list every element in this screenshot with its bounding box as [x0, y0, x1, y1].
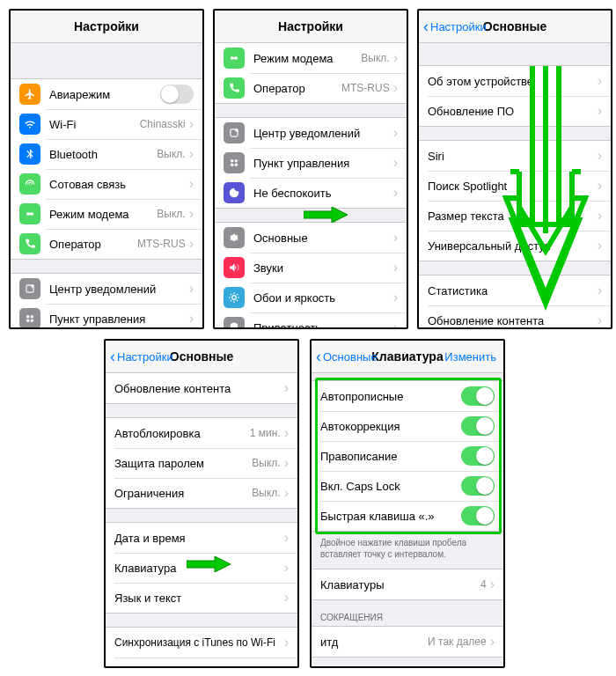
- row-dnd[interactable]: Не беспокоить ›: [215, 178, 407, 208]
- footnote: Двойное нажатие клавиши пробела вставляе…: [312, 532, 503, 565]
- back-button[interactable]: ‹Настройки: [423, 18, 487, 34]
- chevron-left-icon: ‹: [110, 349, 115, 364]
- row-itunes-wifi[interactable]: Синхронизация с iTunes по Wi-Fi›: [106, 628, 297, 658]
- row-cellular[interactable]: Сотовая связь ›: [11, 169, 202, 199]
- phone-icon: [224, 77, 245, 99]
- chevron-right-icon: ›: [598, 73, 602, 89]
- row-capslock[interactable]: Вкл. Caps Lock: [312, 471, 503, 501]
- chevron-right-icon: ›: [284, 530, 289, 546]
- row-hotspot[interactable]: Режим модема Выкл. ›: [11, 199, 202, 229]
- row-controlcenter[interactable]: Пункт управления ›: [11, 304, 202, 329]
- chevron-right-icon: ›: [284, 560, 289, 576]
- row-autocap[interactable]: Автопрописные: [312, 381, 503, 411]
- row-language[interactable]: Язык и текст›: [106, 583, 297, 613]
- label: Bluetooth: [49, 148, 157, 161]
- row-wifi[interactable]: Wi-Fi Chinasski ›: [11, 109, 202, 139]
- row-keyboards[interactable]: Клавиатуры4›: [312, 569, 503, 599]
- period-toggle[interactable]: [461, 506, 495, 525]
- svg-point-8: [31, 320, 34, 323]
- svg-point-18: [232, 296, 237, 300]
- wifi-icon: [19, 114, 40, 135]
- chevron-right-icon: ›: [284, 485, 289, 501]
- chevron-right-icon: ›: [189, 146, 194, 162]
- row-carrier[interactable]: Оператор MTS-RUS ›: [215, 73, 407, 103]
- svg-rect-11: [232, 57, 237, 59]
- chevron-right-icon: ›: [393, 320, 398, 329]
- page-title: Настройки: [74, 19, 139, 33]
- label: Пункт управления: [49, 312, 189, 326]
- row-textsize[interactable]: Размер текста›: [419, 201, 611, 231]
- svg-point-15: [235, 159, 238, 163]
- chevron-right-icon: ›: [393, 80, 398, 96]
- svg-point-5: [26, 315, 30, 319]
- row-update[interactable]: Обновление ПО›: [419, 96, 611, 126]
- settings-list: Авиарежим Wi-Fi Chinasski › Bluetooth Вы…: [11, 78, 202, 329]
- row-spelling[interactable]: Правописание: [312, 441, 503, 471]
- label: Сотовая связь: [49, 178, 189, 191]
- chevron-right-icon: ›: [284, 635, 289, 650]
- edit-button[interactable]: Изменить: [444, 350, 496, 364]
- chevron-left-icon: ‹: [423, 18, 429, 34]
- section-header: СОКРАЩЕНИЯ: [312, 600, 503, 626]
- row-controlcenter[interactable]: Пункт управления ›: [215, 148, 407, 178]
- svg-point-7: [26, 320, 30, 323]
- autocap-toggle[interactable]: [461, 386, 495, 406]
- chevron-right-icon: ›: [189, 311, 194, 327]
- row-vpn[interactable]: VPNНе подключено›: [106, 658, 297, 668]
- row-siri[interactable]: Siri›: [419, 141, 611, 171]
- row-shortcut-item[interactable]: итдИ так далее›: [312, 627, 503, 657]
- label: Центр уведомлений: [253, 127, 393, 140]
- row-general[interactable]: Основные ›: [215, 223, 407, 253]
- svg-point-6: [31, 315, 34, 319]
- row-datetime[interactable]: Дата и время›: [106, 523, 297, 553]
- row-keyboard[interactable]: Клавиатура›: [106, 553, 297, 583]
- label: Режим модема: [49, 208, 157, 221]
- label: Пункт управления: [253, 157, 393, 170]
- chevron-right-icon: ›: [284, 665, 289, 668]
- autocorrect-toggle[interactable]: [461, 416, 495, 436]
- row-autocorrect[interactable]: Автокоррекция: [312, 411, 503, 441]
- spelling-toggle[interactable]: [461, 446, 495, 466]
- privacy-icon: [224, 317, 245, 329]
- label: Авиарежим: [49, 88, 160, 101]
- controlcenter-icon: [19, 308, 40, 329]
- row-period-shortcut[interactable]: Быстрая клавиша «.»: [312, 501, 503, 531]
- row-bluetooth[interactable]: Bluetooth Выкл. ›: [11, 139, 202, 169]
- row-bgrefresh[interactable]: Обновление контента›: [419, 305, 611, 329]
- row-privacy[interactable]: Приватность ›: [215, 312, 407, 329]
- chevron-right-icon: ›: [393, 230, 398, 246]
- row-spotlight[interactable]: Поиск Spotlight›: [419, 171, 611, 201]
- chevron-right-icon: ›: [598, 283, 602, 298]
- row-bgrefresh[interactable]: Обновление контента›: [106, 373, 297, 403]
- navbar: Настройки: [215, 11, 407, 43]
- value: Выкл.: [361, 52, 389, 64]
- chevron-right-icon: ›: [189, 281, 194, 297]
- back-button[interactable]: ‹Основные: [316, 349, 378, 364]
- chevron-right-icon: ›: [393, 185, 398, 201]
- bluetooth-icon: [19, 143, 40, 165]
- row-autolock[interactable]: Автоблокировка1 мин.›: [106, 418, 297, 448]
- label: Режим модема: [253, 52, 361, 65]
- chevron-right-icon: ›: [393, 50, 398, 66]
- row-notifications[interactable]: Центр уведомлений ›: [11, 274, 202, 304]
- row-accessibility[interactable]: Универсальный доступ›: [419, 231, 611, 261]
- row-notifications[interactable]: Центр уведомлений ›: [215, 118, 407, 148]
- row-wallpaper[interactable]: Обои и яркость ›: [215, 283, 407, 312]
- row-airplane[interactable]: Авиарежим: [11, 79, 202, 109]
- value: Выкл.: [157, 208, 185, 220]
- row-passcode[interactable]: Защита паролемВыкл.›: [106, 448, 297, 478]
- row-about[interactable]: Об этом устройстве›: [419, 66, 611, 96]
- back-button[interactable]: ‹Настройки: [110, 349, 173, 364]
- label: Wi-Fi: [49, 118, 140, 131]
- navbar: ‹Основные Клавиатура Изменить: [312, 341, 503, 373]
- row-usage[interactable]: Статистика›: [419, 276, 611, 305]
- airplane-toggle[interactable]: [160, 84, 194, 104]
- chevron-right-icon: ›: [189, 116, 194, 132]
- row-restrictions[interactable]: ОграниченияВыкл.›: [106, 478, 297, 508]
- row-hotspot[interactable]: Режим модема Выкл. ›: [215, 43, 407, 73]
- chevron-right-icon: ›: [189, 206, 194, 222]
- row-carrier[interactable]: Оператор MTS-RUS ›: [11, 229, 202, 259]
- capslock-toggle[interactable]: [461, 476, 495, 496]
- phone-icon: [19, 233, 40, 254]
- row-sounds[interactable]: Звуки ›: [215, 253, 407, 283]
